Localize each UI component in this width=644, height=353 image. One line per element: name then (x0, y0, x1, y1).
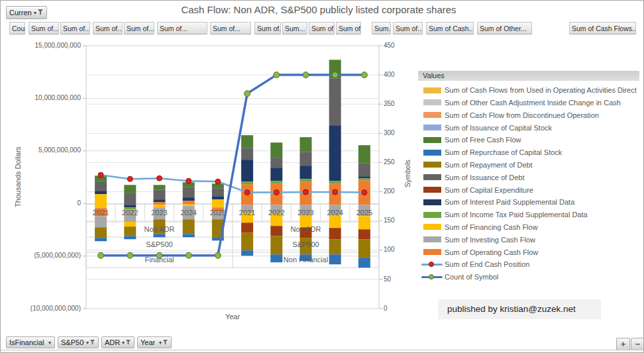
legend-item[interactable]: Sum of Investing Cash Flow (418, 233, 639, 246)
marker-end-cash-position[interactable] (127, 176, 133, 181)
marker-end-cash-position[interactable] (157, 176, 162, 181)
bar-segment-freeCashFlow[interactable] (241, 135, 253, 148)
bar-segment-freeCashFlow[interactable] (124, 185, 136, 193)
marker-count-of-symbol[interactable] (303, 72, 309, 78)
marker-count-of-symbol[interactable] (274, 72, 280, 78)
legend-item[interactable]: Sum of Capital Expenditure (418, 183, 639, 196)
bar-segment-financing[interactable] (183, 204, 195, 206)
marker-end-cash-position[interactable] (303, 189, 309, 195)
legend-item[interactable]: Sum of Issuance of Capital Stock (418, 121, 639, 134)
bar-segment-capex[interactable] (241, 223, 253, 232)
legend-item[interactable]: Sum of Financing Cash Flow (418, 221, 639, 233)
slicer-button-adr[interactable]: ADR▾ (101, 336, 134, 348)
bar-segment-repurchase[interactable] (124, 236, 136, 239)
bar-segment-incomeTax[interactable] (241, 181, 253, 184)
legend-item[interactable]: Sum of Cash Flows from Used in Operating… (418, 84, 639, 97)
marker-end-cash-position[interactable] (362, 190, 367, 195)
bar-segment-freeCashFlow[interactable] (358, 145, 370, 163)
bar-segment-financing[interactable] (154, 205, 166, 207)
bar-segment-interestPaid[interactable] (329, 125, 341, 181)
bar-segment-repaymentDebt[interactable] (358, 239, 370, 258)
bar-segment-incomeTax[interactable] (300, 179, 312, 181)
bar-segment-repaymentDebt[interactable] (270, 236, 282, 254)
legend-item[interactable]: Sum of Cash Flow from Discontinued Opera… (418, 109, 639, 121)
bar-segment-interestPaid[interactable] (124, 205, 136, 207)
bar-segment-repaymentDebt[interactable] (124, 227, 136, 236)
bar-segment-investing[interactable] (95, 216, 107, 227)
bar-segment-issuanceDebt[interactable] (329, 78, 341, 125)
bar-segment-repaymentDebt[interactable] (183, 219, 195, 234)
bar-segment-financing[interactable] (329, 215, 341, 228)
bar-segment-issuanceDebt[interactable] (358, 163, 370, 176)
bar-segment-repurchase[interactable] (154, 234, 166, 237)
bar-segment-repurchase[interactable] (329, 254, 341, 264)
bar-segment-incomeTax[interactable] (270, 181, 282, 183)
bar-segment-incomeTax[interactable] (358, 178, 370, 180)
bar-segment-issuanceDebt[interactable] (212, 188, 224, 196)
marker-end-cash-position[interactable] (215, 179, 221, 184)
bar-segment-repaymentDebt[interactable] (95, 227, 107, 238)
legend-item[interactable]: Sum of Income Tax Paid Supplemental Data (418, 209, 639, 221)
bar-segment-repurchase[interactable] (95, 238, 107, 241)
bar-segment-financing[interactable] (95, 194, 107, 208)
bar-segment-capex[interactable] (358, 229, 370, 239)
bar-segment-interestPaid[interactable] (300, 166, 312, 179)
bar-segment-issuanceDebt[interactable] (124, 193, 136, 205)
bar-segment-interestPaid[interactable] (241, 160, 253, 181)
marker-count-of-symbol[interactable] (98, 252, 104, 258)
bar-segment-repaymentDebt[interactable] (241, 232, 253, 250)
marker-end-cash-position[interactable] (333, 189, 338, 195)
legend-item[interactable]: Sum of Interest Paid Supplemental Data (418, 196, 639, 209)
bar-segment-incomeTax[interactable] (329, 181, 341, 183)
marker-count-of-symbol[interactable] (332, 72, 338, 78)
bar-segment-issuanceDebt[interactable] (95, 181, 107, 191)
bar-segment-financing[interactable] (124, 222, 136, 227)
slicer-button-isfinancial[interactable]: IsFinancial▾ (6, 336, 55, 348)
bar-segment-interestPaid[interactable] (212, 196, 224, 199)
bar-segment-interestPaid[interactable] (183, 197, 195, 201)
bar-segment-issuanceDebt[interactable] (270, 158, 282, 168)
slicer-button-sp500[interactable]: S&P500▾ (58, 336, 99, 348)
legend-item[interactable]: Sum of Repurchase of Capital Stock (418, 146, 639, 159)
bar-segment-repurchase[interactable] (183, 234, 195, 237)
marker-count-of-symbol[interactable] (244, 91, 250, 97)
marker-count-of-symbol[interactable] (156, 252, 162, 258)
marker-count-of-symbol[interactable] (127, 252, 133, 258)
bar-segment-financing[interactable] (212, 199, 224, 207)
bar-segment-capex[interactable] (270, 226, 282, 236)
bar-segment-issuanceDebt[interactable] (300, 152, 312, 166)
legend-item[interactable]: Sum of Issuance of Debt (418, 171, 639, 183)
marker-end-cash-position[interactable] (274, 190, 279, 195)
legend-item[interactable]: Sum of Other Cash Adjustment Inside Chan… (418, 96, 639, 109)
bar-segment-financing[interactable] (358, 216, 370, 229)
legend-item[interactable]: Sum of Repayment of Debt (418, 158, 639, 171)
bar-segment-issuanceDebt[interactable] (241, 148, 253, 160)
zoom-in-button[interactable]: + (616, 338, 630, 351)
marker-count-of-symbol[interactable] (361, 72, 367, 78)
legend-item[interactable]: Count of Symbol (418, 271, 639, 283)
bar-segment-issuanceDebt[interactable] (154, 189, 166, 199)
bar-segment-interestPaid[interactable] (95, 191, 107, 194)
bar-segment-freeCashFlow[interactable] (154, 185, 166, 189)
bar-segment-interestPaid[interactable] (154, 199, 166, 202)
marker-end-cash-position[interactable] (186, 178, 191, 183)
legend-item[interactable]: Sum of Operating Cash Flow (418, 246, 639, 258)
marker-count-of-symbol[interactable] (215, 252, 221, 258)
bar-segment-interestPaid[interactable] (358, 176, 370, 178)
legend-item[interactable]: Sum of End Cash Position (418, 258, 639, 271)
bar-segment-issuanceDebt[interactable] (183, 187, 195, 197)
bar-segment-freeCashFlow[interactable] (270, 142, 282, 158)
bar-segment-repurchase[interactable] (358, 258, 370, 268)
bar-segment-interestPaid[interactable] (270, 168, 282, 181)
bar-segment-operating[interactable] (183, 201, 195, 204)
bar-segment-freeCashFlow[interactable] (300, 137, 312, 152)
bar-segment-repurchase[interactable] (241, 250, 253, 256)
bar-segment-repaymentDebt[interactable] (329, 239, 341, 254)
legend-item[interactable]: Sum of Free Cash Flow (418, 134, 639, 146)
zoom-out-button[interactable]: − (631, 338, 644, 351)
bar-segment-repurchase[interactable] (270, 254, 282, 262)
bar-segment-operating[interactable] (154, 202, 166, 205)
slicer-button-year[interactable]: Year▾ (137, 336, 172, 348)
marker-end-cash-position[interactable] (244, 190, 250, 195)
marker-end-cash-position[interactable] (98, 172, 103, 177)
